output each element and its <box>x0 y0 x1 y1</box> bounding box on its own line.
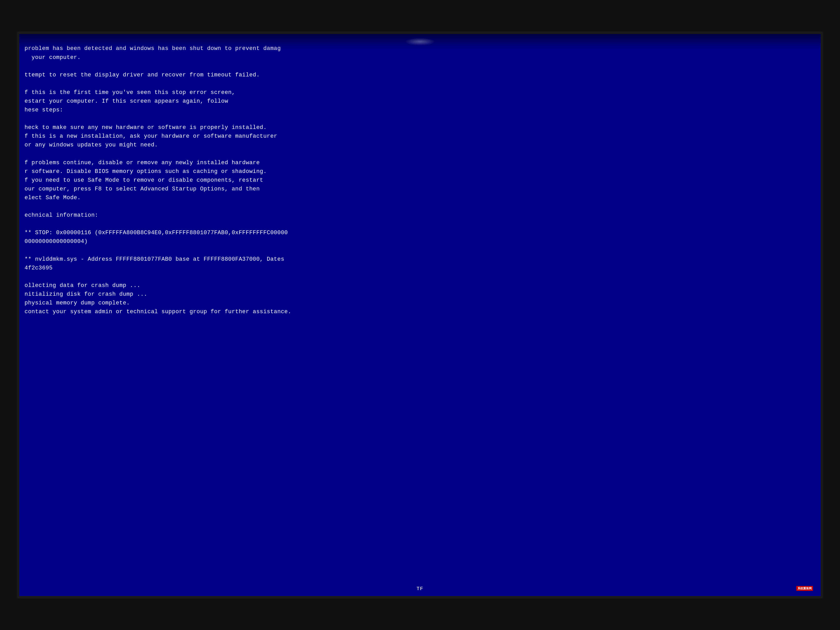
bsod-line <box>24 220 813 229</box>
monitor-bezel: problem has been detected and windows ha… <box>17 32 823 598</box>
bsod-line: echnical information: <box>24 211 813 220</box>
bsod-line: f problems continue, disable or remove a… <box>24 158 813 167</box>
bsod-line <box>24 273 813 281</box>
bsod-line: 4f2c3695 <box>24 264 813 273</box>
bsod-line: hese steps: <box>24 106 813 115</box>
bsod-line: f this is the first time you've seen thi… <box>24 88 813 97</box>
bsod-line: ollecting data for crash dump ... <box>24 281 813 290</box>
bottom-label: TF <box>417 586 423 591</box>
bsod-line: our computer, press F8 to select Advance… <box>24 185 813 194</box>
bsod-line <box>24 115 813 123</box>
bsod-line: f you need to use Safe Mode to remove or… <box>24 176 813 185</box>
bsod-line: f this is a new installation, ask your h… <box>24 132 813 141</box>
watermark: 系统重装网 <box>796 586 813 591</box>
bsod-line <box>24 62 813 71</box>
bsod-line: ** STOP: 0x00000116 (0xFFFFFA800B8C94E0,… <box>24 229 813 237</box>
bsod-line: physical memory dump complete. <box>24 299 813 308</box>
bsod-line: your computer. <box>24 53 813 62</box>
bsod-line: estart your computer. If this screen app… <box>24 97 813 106</box>
bsod-screen: problem has been detected and windows ha… <box>19 34 820 596</box>
bsod-line <box>24 202 813 211</box>
bsod-line: or any windows updates you might need. <box>24 141 813 150</box>
bsod-line: r software. Disable BIOS memory options … <box>24 167 813 176</box>
bsod-line: problem has been detected and windows ha… <box>24 44 813 53</box>
bsod-line: ** nvlddmkm.sys - Address FFFFF8801077FA… <box>24 255 813 264</box>
bsod-line <box>24 79 813 88</box>
bsod-line: 00000000000000004) <box>24 237 813 246</box>
bsod-line: ttempt to reset the display driver and r… <box>24 71 813 79</box>
monitor-outer: problem has been detected and windows ha… <box>0 0 840 630</box>
bsod-line: nitializing disk for crash dump ... <box>24 290 813 299</box>
bsod-line: contact your system admin or technical s… <box>24 308 813 316</box>
watermark-logo: 系统重装网 <box>796 586 813 591</box>
bsod-line: heck to make sure any new hardware or so… <box>24 123 813 132</box>
bsod-line <box>24 246 813 255</box>
bsod-line: elect Safe Mode. <box>24 194 813 202</box>
bsod-line <box>24 150 813 158</box>
bsod-content: problem has been detected and windows ha… <box>24 44 813 316</box>
